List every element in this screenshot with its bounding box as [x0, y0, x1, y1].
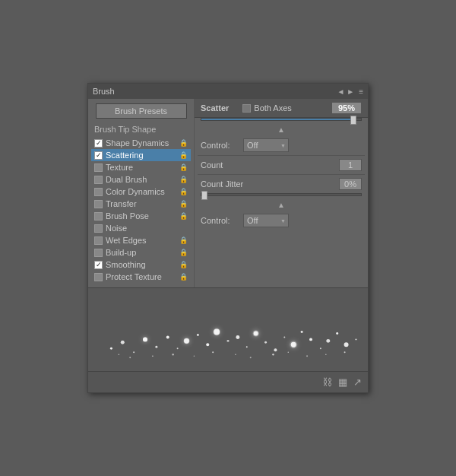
count-row: Count 1 [195, 156, 368, 174]
menu-item-texture[interactable]: Texture🔒 [91, 161, 191, 173]
menu-list: ✓Shape Dynamics🔒✓Scattering🔒Texture🔒Dual… [91, 137, 191, 283]
export-icon[interactable]: ↗ [353, 376, 362, 388]
collapse-icon[interactable]: ◄ ► [337, 87, 355, 96]
checkbox-texture[interactable] [94, 163, 103, 172]
lock-icon: 🔒 [179, 139, 188, 147]
control-select-2[interactable]: Off [243, 214, 289, 227]
sparkles-svg [88, 288, 368, 371]
menu-item-shape-dynamics[interactable]: ✓Shape Dynamics🔒 [91, 137, 191, 149]
checkbox-color-dynamics[interactable] [94, 188, 103, 196]
control-row-2: Control: Off [195, 211, 368, 230]
brush-presets-button[interactable]: Brush Presets [96, 103, 187, 119]
svg-point-19 [301, 331, 303, 333]
svg-point-38 [250, 357, 252, 358]
svg-point-22 [326, 339, 330, 343]
checkbox-smoothing[interactable]: ✓ [94, 261, 103, 269]
checkbox-shape-dynamics[interactable]: ✓ [94, 139, 103, 148]
menu-item-scattering[interactable]: ✓Scattering🔒 [91, 149, 191, 161]
svg-point-0 [110, 347, 112, 350]
svg-point-35 [194, 355, 195, 357]
link-icon[interactable]: ⛓ [322, 376, 332, 388]
scatter-label: Scatter [201, 103, 229, 113]
menu-item-build-up[interactable]: Build-up🔒 [91, 246, 191, 259]
menu-item-brush-pose[interactable]: Brush Pose🔒 [91, 210, 191, 222]
control-select-1[interactable]: Off [243, 138, 289, 152]
svg-point-11 [227, 340, 230, 342]
scatter-slider-fill [201, 119, 353, 120]
lock-icon: 🔒 [179, 151, 188, 159]
menu-item-noise[interactable]: Noise [91, 222, 191, 234]
menu-item-wet-edges[interactable]: Wet Edges🔒 [91, 234, 191, 246]
count-jitter-value[interactable]: 0% [339, 178, 362, 190]
menu-item-smoothing[interactable]: ✓Smoothing🔒 [91, 259, 191, 271]
menu-icon[interactable]: ≡ [359, 87, 363, 96]
count-jitter-row: Count Jitter 0% [195, 175, 368, 193]
checkbox-dual-brush[interactable] [94, 176, 103, 184]
lock-icon: 🔒 [179, 176, 188, 183]
svg-point-25 [355, 338, 356, 340]
menu-label: Wet Edges [106, 236, 147, 245]
right-spacer [195, 230, 368, 276]
svg-point-31 [119, 354, 120, 355]
checkbox-protect-texture[interactable] [94, 273, 103, 281]
svg-point-33 [152, 355, 154, 357]
scatter-percent-badge[interactable]: 95% [331, 102, 362, 114]
menu-label: Dual Brush [106, 175, 147, 184]
lock-icon: 🔒 [179, 249, 188, 256]
jitter-arrow: ▲ [195, 199, 368, 211]
lock-icon: 🔒 [179, 273, 188, 281]
panel-footer: ⛓ ▦ ↗ [88, 371, 368, 392]
menu-item-protect-texture[interactable]: Protect Texture🔒 [91, 271, 191, 283]
svg-point-16 [274, 348, 277, 351]
brush-panel: Brush ◄ ► ≡ Brush Presets Brush Tip Shap… [87, 83, 369, 393]
menu-item-dual-brush[interactable]: Dual Brush🔒 [91, 173, 191, 186]
menu-label: Transfer [106, 199, 137, 208]
svg-point-20 [309, 338, 312, 341]
menu-label: Texture [106, 163, 133, 172]
count-value[interactable]: 1 [339, 159, 362, 171]
svg-point-9 [206, 343, 209, 346]
lock-icon: 🔒 [179, 188, 188, 195]
lock-icon: 🔒 [179, 163, 188, 171]
checkbox-transfer[interactable] [94, 200, 103, 208]
jitter-slider-thumb[interactable] [201, 191, 207, 200]
control-select-wrapper-1[interactable]: Off [243, 138, 289, 152]
svg-point-15 [264, 341, 267, 344]
panel-title: Brush [93, 87, 115, 96]
checkbox-wet-edges[interactable] [94, 236, 103, 245]
menu-label: Shape Dynamics [106, 138, 169, 148]
menu-label: Smoothing [106, 260, 146, 269]
svg-point-43 [344, 351, 346, 353]
count-label: Count [201, 160, 223, 170]
menu-item-transfer[interactable]: Transfer🔒 [91, 198, 191, 210]
svg-point-2 [133, 351, 135, 353]
svg-point-41 [306, 355, 308, 357]
scatter-slider-track[interactable] [201, 118, 362, 121]
checkbox-scattering[interactable]: ✓ [94, 151, 103, 160]
both-axes-checkbox[interactable] [242, 104, 251, 113]
checkbox-build-up[interactable] [94, 249, 103, 257]
scatter-slider-thumb[interactable] [350, 116, 356, 125]
checkbox-brush-pose[interactable] [94, 212, 103, 221]
svg-point-12 [236, 335, 239, 339]
titlebar-controls: ◄ ► ≡ [337, 87, 363, 96]
checkbox-noise[interactable] [94, 224, 103, 233]
svg-point-34 [172, 354, 173, 355]
svg-point-24 [344, 342, 349, 347]
control-label-2: Control: [201, 216, 239, 225]
menu-item-color-dynamics[interactable]: Color Dynamics🔒 [91, 186, 191, 198]
right-panel: Scatter Both Axes 95% ▲ Control: [195, 99, 368, 287]
svg-point-13 [246, 346, 248, 347]
svg-point-30 [290, 341, 297, 348]
svg-point-5 [166, 335, 169, 338]
menu-label: Scattering [106, 151, 144, 160]
grid-icon[interactable]: ▦ [338, 376, 347, 388]
lock-icon: 🔒 [179, 200, 188, 208]
svg-point-39 [272, 354, 274, 355]
svg-point-36 [212, 351, 214, 353]
jitter-slider-track[interactable] [201, 193, 362, 196]
lock-icon: 🔒 [179, 236, 188, 244]
control-select-wrapper-2[interactable]: Off [243, 214, 289, 227]
svg-point-27 [184, 338, 190, 344]
svg-point-42 [325, 354, 327, 355]
